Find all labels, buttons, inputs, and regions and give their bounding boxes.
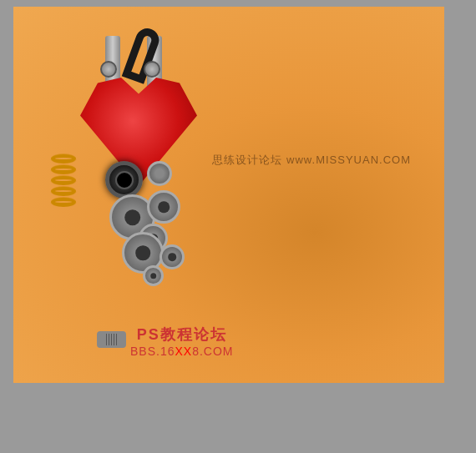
watermark-text: 思练设计论坛 www.MISSYUAN.COM <box>212 153 411 168</box>
coil <box>51 153 80 211</box>
camera-lens <box>105 161 143 199</box>
bottom-text-xx: XX <box>175 345 192 358</box>
canvas-wrapper: 思练设计论坛 www.MISSYUAN.COM PS教程论坛 BBS.16XX8… <box>0 0 476 453</box>
bottom-text-area: PS教程论坛 BBS.16XX8.COM <box>130 325 234 358</box>
bottom-text-pre: BBS.16 <box>130 345 175 358</box>
gear-medium-1 <box>147 190 180 224</box>
bottom-text-post: 8.COM <box>192 345 233 358</box>
small-gear-1 <box>147 161 172 186</box>
artwork <box>63 32 230 349</box>
gear-tiny <box>143 265 164 286</box>
fitting-left <box>100 61 117 78</box>
drain-grate <box>97 331 126 348</box>
bottom-text-main: PS教程论坛 <box>130 325 234 345</box>
watermark: 思练设计论坛 www.MISSYUAN.COM <box>212 153 411 168</box>
canvas[interactable]: 思练设计论坛 www.MISSYUAN.COM PS教程论坛 BBS.16XX8… <box>13 7 444 383</box>
gear-small-2 <box>160 244 185 269</box>
bottom-text-sub: BBS.16XX8.COM <box>130 345 234 358</box>
fitting-right <box>144 61 160 78</box>
main-area: Ps ↖ ⬚ ⊙ ✶ ⊡ ✒ ✛ ✎ ✿ ⊕ ◻ ▦ ○ ✑ T ↗ ▣ ✋ 🔍 <box>0 53 476 453</box>
